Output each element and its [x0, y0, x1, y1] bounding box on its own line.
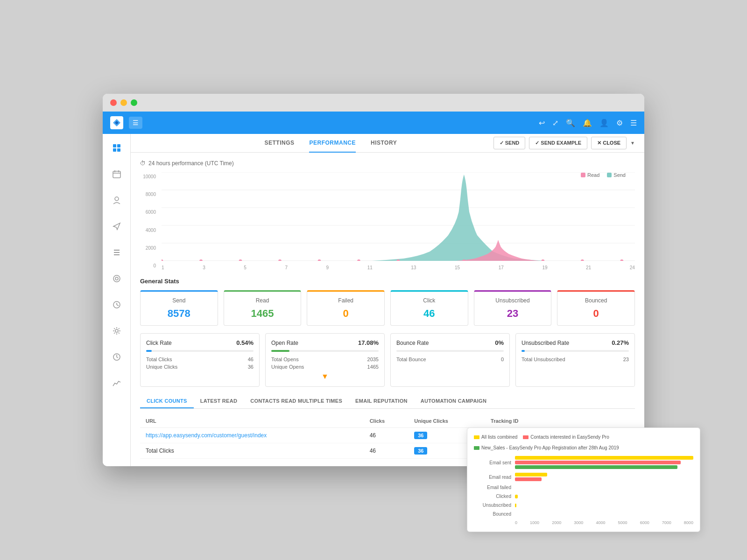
popup-bar-read-1: [515, 473, 547, 476]
svg-point-9: [115, 197, 119, 201]
svg-point-13: [113, 275, 120, 282]
popup-bar-sent-1: [515, 456, 693, 460]
stat-value-click: 46: [396, 308, 462, 320]
stat-card-click: Click 46: [390, 290, 468, 326]
url-link-1[interactable]: https://app.easysendy.com/customer/guest…: [146, 432, 267, 439]
popup-bar-row-email-sent: Email sent: [474, 456, 693, 469]
tab-settings[interactable]: SETTINGS: [264, 134, 294, 153]
x-label-11: 11: [367, 265, 373, 270]
sidebar-item-dashboard[interactable]: [108, 140, 125, 156]
svg-point-35: [541, 259, 544, 261]
rate-bar-track-unsub: [521, 350, 629, 352]
stat-label-send: Send: [146, 297, 212, 304]
send-example-button[interactable]: ✓ SEND EXAMPLE: [529, 137, 587, 149]
y-label-8000: 8000: [140, 192, 159, 197]
main-layout: SETTINGS PERFORMANCE HISTORY ✓ SEND ✓ SE…: [103, 134, 644, 466]
overlay-popup: All lists combined Contacts interested i…: [467, 427, 700, 532]
tab-history[interactable]: HISTORY: [371, 134, 397, 153]
search-icon[interactable]: 🔍: [566, 119, 575, 127]
sub-tab-email-reputation[interactable]: EMAIL REPUTATION: [349, 394, 414, 408]
stat-value-unsubscribed: 23: [480, 308, 546, 320]
sub-tab-click-counts[interactable]: CLICK COUNTS: [140, 394, 194, 408]
app-header-left: ☰: [110, 116, 142, 129]
table-head: URL Clicks Unique Clicks Tracking ID: [140, 414, 635, 428]
x-label-21: 21: [586, 265, 591, 270]
sidebar-item-contacts[interactable]: [108, 192, 125, 209]
sidebar-item-analytics[interactable]: [108, 375, 125, 392]
popup-bar-row-unsubscribed: Unsubscribed: [474, 503, 693, 508]
x-label-19: 19: [542, 265, 547, 270]
sidebar-item-calendar[interactable]: [108, 166, 125, 182]
y-label-10000: 10000: [140, 174, 159, 179]
rate-bar-track-bounce: [396, 350, 504, 352]
svg-rect-3: [113, 148, 116, 152]
rate-title-unsub: Unsubscribed Rate: [521, 340, 569, 346]
sub-tab-latest-read[interactable]: LATEST READ: [194, 394, 244, 408]
avatar-icon[interactable]: 👤: [599, 119, 609, 127]
svg-point-26: [162, 259, 163, 261]
notification-icon[interactable]: 🔔: [583, 119, 592, 127]
svg-rect-2: [117, 144, 120, 147]
rate-header-open: Open Rate 17.08%: [271, 339, 379, 346]
stats-grid: Send 8578 Read 1465 Failed 0 Click: [140, 290, 635, 326]
stat-card-failed: Failed 0: [307, 290, 385, 326]
rate-value-bounce: 0%: [495, 339, 504, 346]
expand-icon[interactable]: ⤢: [552, 119, 558, 127]
rate-title-open: Open Rate: [271, 340, 298, 346]
popup-legend: All lists combined Contacts interested i…: [474, 434, 693, 450]
svg-rect-1: [113, 144, 116, 147]
svg-point-29: [278, 259, 282, 261]
popup-bar-sent-2: [515, 461, 681, 464]
menu-toggle[interactable]: ☰: [129, 117, 142, 129]
cell-url-2: Total Clicks: [140, 443, 364, 459]
nav-tabs-center: SETTINGS PERFORMANCE HISTORY: [264, 134, 397, 153]
dropdown-arrow[interactable]: ▼: [630, 140, 635, 146]
close-button[interactable]: ✕ CLOSE: [591, 137, 627, 149]
svg-rect-4: [117, 148, 120, 152]
popup-x-1000: 1000: [530, 520, 539, 525]
rate-card-open: Open Rate 17.08% Total Opens 2035 Unique…: [265, 333, 385, 387]
rate-value-unsub: 0.27%: [612, 339, 629, 346]
sidebar-item-clock[interactable]: [108, 349, 125, 365]
chart-title: ⏱ 24 hours performance (UTC Time): [140, 160, 635, 167]
popup-x-6000: 6000: [640, 520, 649, 525]
sidebar-item-time[interactable]: [108, 296, 125, 313]
browser-maximize-btn[interactable]: [131, 99, 137, 106]
x-axis: 1 3 5 7 9 11 13 15 17 19 21 24: [162, 265, 635, 270]
sidebar-item-campaigns[interactable]: [108, 218, 125, 235]
popup-bar-group-bounced: [515, 512, 693, 516]
cell-clicks-1: 46: [364, 428, 409, 443]
browser-close-btn[interactable]: [110, 99, 117, 106]
x-label-24: 24: [630, 265, 635, 270]
y-label-6000: 6000: [140, 210, 159, 215]
sub-tab-automation[interactable]: AUTOMATION CAMPAIGN: [414, 394, 493, 408]
svg-rect-5: [113, 171, 120, 178]
rate-card-click: Click Rate 0.54% Total Clicks 46 Unique …: [140, 333, 260, 387]
popup-bar-row-clicked: Clicked: [474, 494, 693, 499]
svg-line-17: [117, 305, 119, 306]
sidebar-item-lists[interactable]: [108, 244, 125, 261]
sidebar-item-settings2[interactable]: [108, 322, 125, 339]
sidebar-item-reports[interactable]: [108, 270, 125, 287]
popup-legend-item-all: All lists combined: [474, 434, 517, 440]
sub-tab-contacts-read[interactable]: CONTACTS READ MULTIPLE TIMES: [244, 394, 349, 408]
send-button[interactable]: ✓ SEND: [493, 137, 526, 149]
popup-x-3000: 3000: [574, 520, 583, 525]
tab-performance[interactable]: PERFORMANCE: [309, 134, 356, 153]
svg-point-37: [620, 259, 623, 261]
settings-icon[interactable]: ⚙: [616, 119, 623, 127]
stat-value-bounced: 0: [563, 308, 629, 320]
share-icon[interactable]: ↩: [539, 119, 545, 127]
browser-minimize-btn[interactable]: [120, 99, 127, 106]
popup-bar-row-bounced: Bounced: [474, 511, 693, 517]
rate-value-open: 17.08%: [358, 339, 379, 346]
chart-svg: [162, 172, 635, 261]
hamburger-icon[interactable]: ☰: [630, 119, 637, 127]
rate-value-click: 0.54%: [236, 339, 254, 346]
col-header-unique-clicks: Unique Clicks: [409, 414, 485, 428]
nav-tabs: SETTINGS PERFORMANCE HISTORY ✓ SEND ✓ SE…: [131, 134, 644, 153]
rate-bar-fill-click: [146, 350, 152, 352]
unique-clicks-badge-1: 36: [414, 432, 427, 439]
popup-bar-label-email-sent: Email sent: [474, 460, 511, 465]
stat-value-failed: 0: [313, 308, 379, 320]
